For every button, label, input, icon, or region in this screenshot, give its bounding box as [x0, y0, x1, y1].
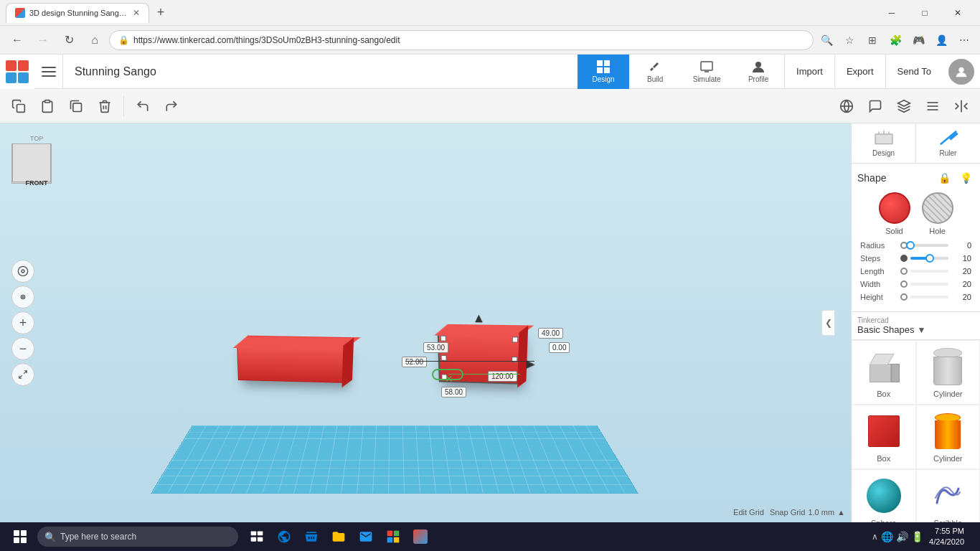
active-tab[interactable]: 3D design Stunning Sango | Tink... ✕ [6, 3, 149, 23]
profile-button[interactable]: 👤 [931, 30, 951, 50]
align-button[interactable] [920, 93, 946, 119]
steps-row: Steps 10 [860, 254, 971, 263]
workplane-button[interactable]: Design [852, 123, 916, 163]
new-tab-button[interactable]: + [152, 4, 169, 22]
panel-collapse-button[interactable]: ❮ [821, 310, 834, 336]
undo-button[interactable] [130, 93, 156, 119]
clock-display[interactable]: 7:55 PM 4/24/2020 [929, 526, 964, 548]
tab-close-button[interactable]: ✕ [133, 8, 140, 18]
game-button[interactable]: 🎮 [908, 30, 928, 50]
comment-button[interactable] [862, 93, 888, 119]
design-icon [596, 60, 611, 74]
files-button[interactable] [326, 524, 352, 550]
close-button[interactable]: ✕ [941, 0, 974, 26]
tinkercad-taskbar-button[interactable] [407, 524, 433, 550]
solid-type[interactable]: Solid [879, 192, 910, 235]
library-dropdown[interactable]: Basic Shapes ▼ [857, 324, 925, 335]
hamburger-menu-button[interactable] [34, 55, 63, 89]
view-toggle-button[interactable] [834, 93, 859, 119]
delete-button[interactable] [92, 93, 118, 119]
edge-browser-button[interactable] [271, 524, 297, 550]
redo-button[interactable] [159, 93, 184, 119]
bookmark-star-button[interactable]: ☆ [839, 30, 859, 50]
browser-navigation: ← → ↻ ⌂ 🔒 https://www.tinkercad.com/thin… [0, 26, 980, 55]
network-icon[interactable]: 🌐 [881, 531, 893, 542]
height-slider[interactable] [910, 296, 948, 298]
shape-item-sphere[interactable]: Sphere [852, 469, 916, 522]
send-to-button[interactable]: Send To [886, 55, 943, 89]
shape-cylorange-img [928, 411, 968, 451]
volume-icon[interactable]: 🔊 [896, 531, 908, 542]
tab-design[interactable]: Design [578, 55, 629, 89]
shape-item-scribble[interactable]: Scribble [916, 469, 981, 522]
user-icon [955, 65, 968, 78]
dim-label-53: 53.00 [423, 342, 448, 353]
view-icon [839, 99, 854, 113]
forward-button[interactable]: → [32, 29, 55, 52]
collections-button[interactable]: ⊞ [862, 30, 882, 50]
refresh-button[interactable]: ↻ [57, 29, 80, 52]
search-button[interactable]: 🔍 [816, 30, 837, 50]
hole-type[interactable]: Hole [922, 192, 953, 235]
copy-button[interactable] [6, 93, 32, 119]
length-slider[interactable] [910, 270, 948, 273]
delete-icon [98, 99, 112, 113]
lock-icon-button[interactable]: 🔒 [936, 169, 953, 187]
back-button[interactable]: ← [6, 29, 29, 52]
info-icon-button[interactable]: 💡 [957, 169, 974, 187]
store-button[interactable] [298, 524, 324, 550]
extensions-button[interactable]: 🧩 [885, 30, 905, 50]
taskbar-search[interactable]: 🔍 Type here to search [37, 527, 238, 547]
import-button[interactable]: Import [785, 55, 835, 89]
width-slider[interactable] [910, 283, 948, 286]
paste-button[interactable] [34, 93, 60, 119]
snap-dropdown-icon[interactable]: ▲ [837, 508, 845, 517]
3d-scene: ▲ ▶ 53.00 52.00 49.00 0.00 120.00 58.00 [0, 123, 851, 522]
steps-thumb[interactable] [925, 254, 934, 263]
radius-thumb[interactable] [906, 241, 915, 250]
shape-item-cylinder-orange[interactable]: Cylinder [916, 405, 981, 469]
address-bar[interactable]: 🔒 https://www.tinkercad.com/things/3DSoU… [109, 30, 814, 50]
tab-simulate[interactable]: Simulate [681, 55, 732, 89]
radius-slider[interactable] [910, 244, 948, 247]
tab-profile[interactable]: Profile [732, 55, 784, 89]
length-row: Length 20 [860, 267, 971, 276]
3d-viewport[interactable]: TOP FRONT + − [0, 123, 851, 522]
mail-button[interactable] [353, 524, 379, 550]
minimize-button[interactable]: ─ [875, 0, 908, 26]
shapes-grid: Box Cylinder Box [852, 340, 980, 522]
chevron-up-icon[interactable]: ∧ [872, 532, 878, 542]
handle-tl [440, 336, 446, 342]
tab-build[interactable]: Build [629, 55, 681, 89]
start-button[interactable] [6, 522, 34, 551]
shape-item-box-gray[interactable]: Box [852, 340, 916, 405]
edit-grid-button[interactable]: Edit Grid [733, 508, 764, 517]
home-button[interactable]: ⌂ [83, 29, 106, 52]
user-avatar[interactable] [948, 59, 974, 85]
height-arrow: ▲ [472, 311, 485, 325]
workplane-grid[interactable] [151, 425, 639, 494]
clock-time: 7:55 PM [929, 526, 964, 537]
library-breadcrumb: Tinkercad [857, 316, 925, 324]
snap-icon [897, 99, 911, 113]
tinkercad-logo[interactable] [0, 55, 34, 89]
microsoft-button[interactable] [380, 524, 406, 550]
export-button[interactable]: Export [835, 55, 886, 89]
height-label: Height [860, 293, 897, 301]
radius-value: 0 [951, 241, 971, 250]
shape-box-img [864, 347, 904, 387]
duplicate-button[interactable] [63, 93, 89, 119]
shape-item-cylinder-gray[interactable]: Cylinder [916, 340, 981, 405]
svg-rect-9 [45, 100, 50, 102]
maximize-button[interactable]: □ [908, 0, 941, 26]
steps-slider[interactable] [910, 257, 948, 260]
more-button[interactable]: ⋯ [954, 30, 974, 50]
ruler-button[interactable]: Ruler [916, 123, 980, 163]
battery-icon[interactable]: 🔋 [911, 531, 923, 542]
task-view-button[interactable] [244, 524, 270, 550]
red-box-large[interactable] [237, 346, 345, 383]
show-desktop-button[interactable] [970, 524, 974, 550]
shape-item-box-red[interactable]: Box [852, 405, 916, 469]
mirror-button[interactable] [948, 93, 974, 119]
grid-snap-button[interactable] [891, 93, 917, 119]
